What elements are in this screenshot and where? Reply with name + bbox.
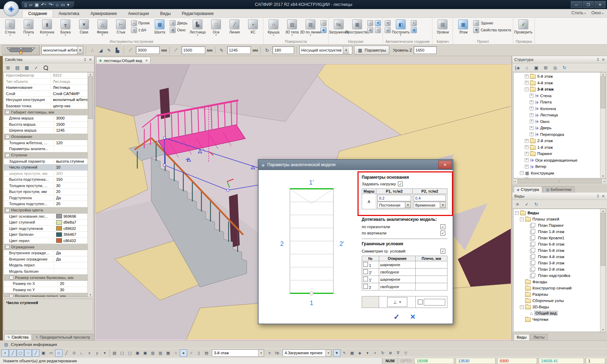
- stair-nodes-icon[interactable]: ∴: [89, 46, 96, 54]
- stair-width-input[interactable]: 1245: [227, 46, 251, 54]
- stair-type-icon[interactable]: ▙: [114, 46, 121, 54]
- viewport-tab[interactable]: ◈ лестницы:Общий вид ✕: [96, 57, 151, 64]
- property-group-row[interactable]: −Ограждения: [4, 244, 88, 250]
- dialog-close-button[interactable]: ✕: [438, 161, 452, 169]
- view-settings-icon[interactable]: ≡: [514, 200, 521, 208]
- levels-button[interactable]: ▤Уровни: [433, 18, 452, 34]
- cancel-button[interactable]: ✕: [410, 313, 416, 321]
- structure-scrollbar[interactable]: ▲▼: [600, 72, 606, 178]
- tree-item[interactable]: ⌂Общий вид: [514, 310, 606, 316]
- wall-load-button[interactable]: ▼: [375, 20, 381, 26]
- material-select[interactable]: монолитный ж/бет ▼: [41, 46, 83, 54]
- tree-item[interactable]: Чертежи: [514, 316, 606, 323]
- support-value[interactable]: свободное: [379, 283, 416, 291]
- bulb-off-icon[interactable]: ○: [172, 349, 179, 357]
- boundary-row[interactable]: 2'свободное: [362, 269, 447, 276]
- structural-role-select[interactable]: Несущий конструктив ▼: [299, 46, 352, 54]
- filter-axes-icon[interactable]: {◈: [514, 64, 521, 71]
- row-checkbox[interactable]: [363, 269, 368, 274]
- line-button[interactable]: ╱Линия: [225, 18, 244, 34]
- tree-item[interactable]: +{◈Перегородка: [514, 131, 606, 138]
- tree-item[interactable]: +▦Расчетная модель вариант: [514, 176, 606, 178]
- tree-expander[interactable]: +: [525, 145, 529, 149]
- roof-button[interactable]: ∩Крыша▾: [264, 18, 283, 36]
- property-row[interactable]: Несущая конструкциямонолитный ж/бетон: [4, 97, 88, 103]
- slab-button[interactable]: ▱Плита▾: [20, 18, 38, 36]
- close-panel-icon[interactable]: ✕: [89, 57, 92, 62]
- tree-item[interactable]: +{◈Оси координационные: [514, 157, 606, 164]
- property-row[interactable]: Длина марша3000: [4, 115, 88, 122]
- property-row[interactable]: Толщина подступен...20: [4, 201, 88, 207]
- stair-ramp-icon[interactable]: ◢: [97, 46, 105, 54]
- app-logo-icon[interactable]: ◈: [3, 1, 19, 16]
- property-group-row[interactable]: −Ступени: [4, 152, 88, 158]
- view-settings-icon[interactable]: ▣: [141, 349, 149, 357]
- tree-item[interactable]: +{◈Колонна: [514, 106, 606, 112]
- shaft-button[interactable]: ▦Шахта: [151, 18, 169, 34]
- property-group-row[interactable]: −Размер сечения перил, мм: [4, 293, 88, 297]
- tree-item[interactable]: +{◈Стена: [514, 93, 606, 99]
- collapse-icon[interactable]: −: [9, 276, 13, 279]
- tree-expander[interactable]: −: [520, 217, 524, 221]
- section-on-icon[interactable]: ▥: [149, 349, 156, 357]
- parameters-button[interactable]: ▦ Параметры: [354, 46, 389, 55]
- save-icon[interactable]: ▣: [34, 2, 39, 7]
- tree-item[interactable]: −3-й этаж: [514, 86, 606, 93]
- mesh-icon[interactable]: ▦: [164, 349, 172, 357]
- add-model-icon[interactable]: ⊞: [542, 64, 550, 71]
- panel-tab[interactable]: Листы: [530, 334, 548, 340]
- angle-input[interactable]: 180: [272, 46, 294, 54]
- tree-item[interactable]: +2-й этаж: [514, 138, 606, 144]
- tree-item[interactable]: План 2-й этаж: [514, 266, 606, 272]
- alphabetical-icon[interactable]: ▤: [14, 64, 21, 71]
- structure-hscrollbar[interactable]: ◂≡▸: [513, 179, 606, 184]
- section-off-icon[interactable]: ▥: [157, 349, 164, 357]
- redo-icon[interactable]: ↷▾: [48, 2, 54, 7]
- workplane-icon[interactable]: ◇: [55, 349, 62, 357]
- property-row[interactable]: Цвет перилc86432: [4, 238, 88, 244]
- properties-scrollbar[interactable]: ▲▼: [87, 72, 93, 297]
- refresh-views-icon[interactable]: ↻: [532, 200, 540, 208]
- snap-point-icon[interactable]: +: [1, 349, 9, 357]
- space-button[interactable]: ▦Пространство: [348, 18, 366, 34]
- tree-item[interactable]: Разрезы: [514, 291, 606, 297]
- tree-item[interactable]: +4-й этаж: [514, 80, 606, 86]
- floors-filter-icon[interactable]: ▤: [203, 349, 210, 357]
- ribbon-tab[interactable]: Редактирование: [176, 10, 219, 17]
- ucs-x-icon[interactable]: x: [86, 349, 93, 357]
- panel-tab[interactable]: ✎Предварительный просмотр: [32, 334, 93, 340]
- pile-button[interactable]: ▼Свая: [75, 18, 93, 34]
- property-row[interactable]: Внутреннее огражде...Да: [4, 250, 88, 256]
- pin-icon[interactable]: ↧: [597, 194, 600, 199]
- property-group-row[interactable]: −Размер сечения балясины, мм: [4, 274, 88, 281]
- property-row[interactable]: Цвет ступенейd9e8a7: [4, 219, 88, 226]
- pin-icon[interactable]: ↧: [84, 57, 87, 62]
- property-row[interactable]: Цвет подступенковc89632: [4, 226, 88, 232]
- property-group-row[interactable]: −Габарит лестницы, мм: [4, 109, 88, 115]
- apply-view-icon[interactable]: ✓: [523, 200, 531, 208]
- stair-paint-icon[interactable]: ✎: [105, 46, 113, 54]
- build-button[interactable]: ◧Построить▾: [392, 18, 410, 36]
- magnet-object-icon[interactable]: ▭: [47, 349, 55, 357]
- joint-button[interactable]: ⊢Стык: [112, 18, 130, 34]
- bulb-small-icon[interactable]: ○: [187, 349, 195, 357]
- collapse-icon[interactable]: −: [6, 153, 9, 157]
- tree-expander[interactable]: +: [525, 81, 529, 85]
- row-checkbox[interactable]: [363, 262, 368, 267]
- column-button[interactable]: ▮Колонна▾: [38, 18, 56, 36]
- p1-input[interactable]: 0.2: [377, 195, 411, 201]
- service-info-bar[interactable]: ▤ Служебная информация: [0, 340, 607, 348]
- property-group-row[interactable]: −Настройка цвета: [4, 207, 88, 214]
- property-row[interactable]: Высота марша1500: [4, 122, 88, 128]
- truss-button[interactable]: △Ферма▾: [93, 18, 112, 36]
- property-row[interactable]: Толщина проступи, ...30: [4, 183, 88, 189]
- tree-expander[interactable]: +: [525, 139, 529, 143]
- collapse-icon[interactable]: −: [6, 245, 9, 249]
- binoculars-icon[interactable]: ◎: [551, 64, 559, 71]
- ruler-icon[interactable]: ▭: [61, 2, 65, 7]
- ucs-y-icon[interactable]: y: [93, 349, 101, 357]
- more-snaps-icon[interactable]: ▾: [101, 349, 108, 357]
- level-input[interactable]: 1650: [414, 46, 437, 54]
- tree-item[interactable]: Фасады: [514, 279, 606, 285]
- search-icon[interactable]: [42, 64, 49, 71]
